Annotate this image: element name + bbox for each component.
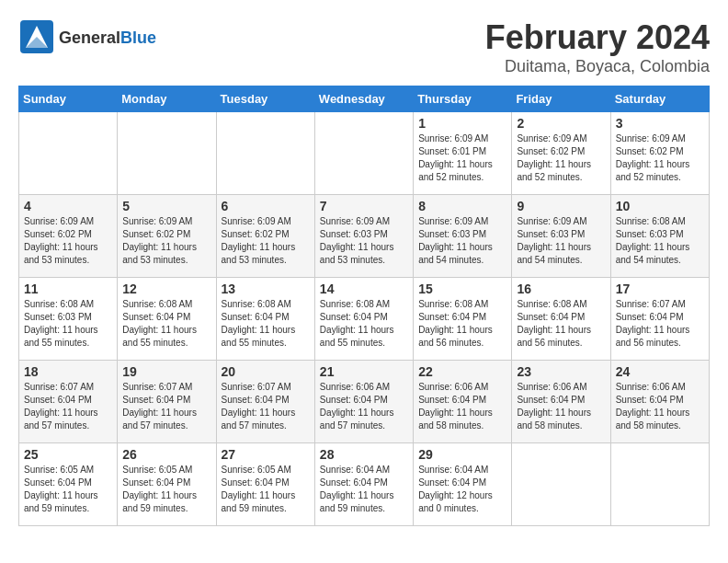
calendar-cell: 19Sunrise: 6:07 AM Sunset: 6:04 PM Dayli… <box>118 361 216 443</box>
day-number: 16 <box>517 282 605 296</box>
calendar-cell: 6Sunrise: 6:09 AM Sunset: 6:02 PM Daylig… <box>216 195 314 278</box>
day-info: Sunrise: 6:09 AM Sunset: 6:02 PM Dayligh… <box>517 132 605 184</box>
day-info: Sunrise: 6:06 AM Sunset: 6:04 PM Dayligh… <box>418 381 506 432</box>
logo-general: General <box>59 29 120 47</box>
day-info: Sunrise: 6:08 AM Sunset: 6:04 PM Dayligh… <box>122 298 210 350</box>
calendar-cell: 12Sunrise: 6:08 AM Sunset: 6:04 PM Dayli… <box>118 278 216 361</box>
day-number: 6 <box>222 199 310 213</box>
day-number: 28 <box>320 447 408 462</box>
day-info: Sunrise: 6:04 AM Sunset: 6:04 PM Dayligh… <box>320 464 408 515</box>
calendar-cell <box>118 112 216 195</box>
calendar-table: SundayMondayTuesdayWednesdayThursdayFrid… <box>18 86 710 526</box>
calendar-cell: 29Sunrise: 6:04 AM Sunset: 6:04 PM Dayli… <box>414 443 512 526</box>
day-info: Sunrise: 6:06 AM Sunset: 6:04 PM Dayligh… <box>616 381 704 432</box>
day-info: Sunrise: 6:06 AM Sunset: 6:04 PM Dayligh… <box>320 381 408 432</box>
day-number: 19 <box>122 364 210 379</box>
calendar-cell: 15Sunrise: 6:08 AM Sunset: 6:04 PM Dayli… <box>414 278 512 361</box>
calendar-cell: 3Sunrise: 6:09 AM Sunset: 6:02 PM Daylig… <box>610 112 709 195</box>
calendar-cell <box>610 443 709 526</box>
calendar-day-header: Tuesday <box>216 86 314 112</box>
day-info: Sunrise: 6:08 AM Sunset: 6:04 PM Dayligh… <box>418 298 506 350</box>
calendar-cell: 13Sunrise: 6:08 AM Sunset: 6:04 PM Dayli… <box>216 278 314 361</box>
day-info: Sunrise: 6:05 AM Sunset: 6:04 PM Dayligh… <box>222 464 310 515</box>
day-number: 13 <box>222 282 310 296</box>
day-number: 17 <box>616 282 704 296</box>
calendar-week-row: 4Sunrise: 6:09 AM Sunset: 6:02 PM Daylig… <box>19 195 710 278</box>
day-info: Sunrise: 6:08 AM Sunset: 6:04 PM Dayligh… <box>517 298 605 350</box>
calendar-cell <box>512 443 610 526</box>
calendar-cell: 20Sunrise: 6:07 AM Sunset: 6:04 PM Dayli… <box>216 361 314 443</box>
day-info: Sunrise: 6:07 AM Sunset: 6:04 PM Dayligh… <box>222 381 310 432</box>
calendar-cell: 25Sunrise: 6:05 AM Sunset: 6:04 PM Dayli… <box>19 443 118 526</box>
day-info: Sunrise: 6:09 AM Sunset: 6:03 PM Dayligh… <box>517 215 605 267</box>
day-number: 5 <box>122 199 210 213</box>
calendar-cell: 22Sunrise: 6:06 AM Sunset: 6:04 PM Dayli… <box>414 361 512 443</box>
day-number: 10 <box>616 199 704 213</box>
calendar-cell <box>216 112 314 195</box>
day-number: 3 <box>616 116 704 131</box>
day-info: Sunrise: 6:09 AM Sunset: 6:02 PM Dayligh… <box>222 215 310 267</box>
calendar-cell: 24Sunrise: 6:06 AM Sunset: 6:04 PM Dayli… <box>610 361 709 443</box>
day-info: Sunrise: 6:08 AM Sunset: 6:04 PM Dayligh… <box>320 298 408 350</box>
day-number: 15 <box>418 282 506 296</box>
calendar-cell: 7Sunrise: 6:09 AM Sunset: 6:03 PM Daylig… <box>314 195 413 278</box>
day-number: 27 <box>222 447 310 462</box>
day-number: 9 <box>517 199 605 213</box>
calendar-cell: 14Sunrise: 6:08 AM Sunset: 6:04 PM Dayli… <box>314 278 413 361</box>
day-number: 23 <box>517 364 605 379</box>
day-number: 18 <box>24 364 112 379</box>
calendar-cell: 2Sunrise: 6:09 AM Sunset: 6:02 PM Daylig… <box>512 112 610 195</box>
calendar-day-header: Sunday <box>19 86 118 112</box>
calendar-cell: 26Sunrise: 6:05 AM Sunset: 6:04 PM Dayli… <box>118 443 216 526</box>
day-info: Sunrise: 6:06 AM Sunset: 6:04 PM Dayligh… <box>517 381 605 432</box>
day-number: 24 <box>616 364 704 379</box>
calendar-cell: 1Sunrise: 6:09 AM Sunset: 6:01 PM Daylig… <box>414 112 512 195</box>
day-number: 25 <box>24 447 112 462</box>
day-number: 2 <box>517 116 605 131</box>
calendar-day-header: Thursday <box>414 86 512 112</box>
logo: GeneralBlue <box>18 18 156 59</box>
day-number: 26 <box>122 447 210 462</box>
day-number: 21 <box>320 364 408 379</box>
calendar-day-header: Monday <box>118 86 216 112</box>
day-number: 29 <box>418 447 506 462</box>
calendar-week-row: 25Sunrise: 6:05 AM Sunset: 6:04 PM Dayli… <box>19 443 710 526</box>
day-info: Sunrise: 6:04 AM Sunset: 6:04 PM Dayligh… <box>418 464 506 515</box>
calendar-cell: 8Sunrise: 6:09 AM Sunset: 6:03 PM Daylig… <box>414 195 512 278</box>
page-header: GeneralBlue February 2024 Duitama, Boyac… <box>18 18 710 76</box>
calendar-cell: 11Sunrise: 6:08 AM Sunset: 6:03 PM Dayli… <box>19 278 118 361</box>
calendar-week-row: 11Sunrise: 6:08 AM Sunset: 6:03 PM Dayli… <box>19 278 710 361</box>
day-info: Sunrise: 6:07 AM Sunset: 6:04 PM Dayligh… <box>24 381 112 432</box>
calendar-cell: 9Sunrise: 6:09 AM Sunset: 6:03 PM Daylig… <box>512 195 610 278</box>
calendar-cell <box>314 112 413 195</box>
calendar-cell: 21Sunrise: 6:06 AM Sunset: 6:04 PM Dayli… <box>314 361 413 443</box>
day-info: Sunrise: 6:09 AM Sunset: 6:02 PM Dayligh… <box>616 132 704 184</box>
day-info: Sunrise: 6:09 AM Sunset: 6:01 PM Dayligh… <box>418 132 506 184</box>
day-info: Sunrise: 6:05 AM Sunset: 6:04 PM Dayligh… <box>24 464 112 515</box>
calendar-cell: 27Sunrise: 6:05 AM Sunset: 6:04 PM Dayli… <box>216 443 314 526</box>
day-number: 11 <box>24 282 112 296</box>
calendar-cell: 28Sunrise: 6:04 AM Sunset: 6:04 PM Dayli… <box>314 443 413 526</box>
calendar-cell: 10Sunrise: 6:08 AM Sunset: 6:03 PM Dayli… <box>610 195 709 278</box>
day-number: 4 <box>24 199 112 213</box>
calendar-cell: 16Sunrise: 6:08 AM Sunset: 6:04 PM Dayli… <box>512 278 610 361</box>
day-info: Sunrise: 6:09 AM Sunset: 6:03 PM Dayligh… <box>418 215 506 267</box>
day-number: 8 <box>418 199 506 213</box>
day-info: Sunrise: 6:08 AM Sunset: 6:03 PM Dayligh… <box>616 215 704 267</box>
page-title: February 2024 <box>485 18 710 57</box>
title-block: February 2024 Duitama, Boyaca, Colombia <box>485 18 710 76</box>
calendar-day-header: Wednesday <box>314 86 413 112</box>
day-info: Sunrise: 6:09 AM Sunset: 6:03 PM Dayligh… <box>320 215 408 267</box>
day-info: Sunrise: 6:07 AM Sunset: 6:04 PM Dayligh… <box>616 298 704 350</box>
page-subtitle: Duitama, Boyaca, Colombia <box>485 57 710 76</box>
calendar-day-header: Friday <box>512 86 610 112</box>
calendar-cell: 4Sunrise: 6:09 AM Sunset: 6:02 PM Daylig… <box>19 195 118 278</box>
day-info: Sunrise: 6:07 AM Sunset: 6:04 PM Dayligh… <box>122 381 210 432</box>
day-info: Sunrise: 6:08 AM Sunset: 6:03 PM Dayligh… <box>24 298 112 350</box>
calendar-cell: 23Sunrise: 6:06 AM Sunset: 6:04 PM Dayli… <box>512 361 610 443</box>
day-number: 7 <box>320 199 408 213</box>
day-info: Sunrise: 6:09 AM Sunset: 6:02 PM Dayligh… <box>24 215 112 267</box>
calendar-cell: 18Sunrise: 6:07 AM Sunset: 6:04 PM Dayli… <box>19 361 118 443</box>
day-number: 1 <box>418 116 506 131</box>
day-number: 14 <box>320 282 408 296</box>
